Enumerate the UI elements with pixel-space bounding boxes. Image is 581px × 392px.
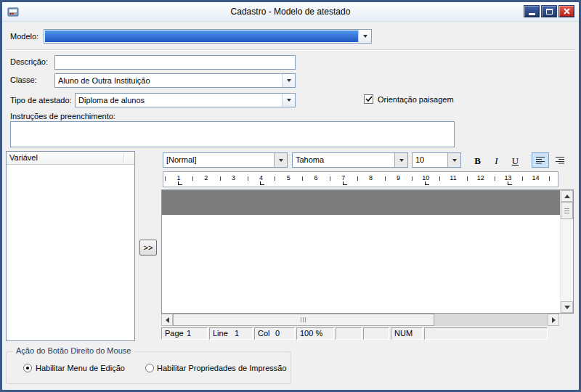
paragraph-style-combobox[interactable]: [Normal]: [163, 152, 288, 168]
ruler-tab-marker[interactable]: [260, 181, 264, 185]
triangle-down-icon: [564, 306, 570, 309]
window-title: Cadastro - Modelo de atestado: [2, 2, 579, 21]
ruler-tick: [220, 176, 221, 181]
chevron-down-icon: [399, 159, 404, 162]
variaveis-column-header[interactable]: Variável: [7, 152, 134, 165]
ruler-tab-marker[interactable]: [343, 181, 347, 185]
ruler-number: 12: [474, 174, 488, 181]
align-left-button[interactable]: [532, 152, 549, 168]
instrucoes-label: Instruções de preenchimento:: [10, 112, 115, 121]
editor-toolbar: [Normal] Tahoma 10 B I U: [161, 151, 574, 170]
align-right-button[interactable]: [551, 152, 569, 168]
underline-button[interactable]: U: [507, 152, 524, 168]
font-value: Tahoma: [296, 155, 324, 165]
status-segment: 100 %: [296, 327, 334, 340]
status-segment: NUM: [391, 327, 423, 340]
ruler-tick: [192, 176, 193, 181]
triangle-right-icon: [552, 317, 556, 323]
maximize-button[interactable]: [541, 5, 557, 17]
maximize-icon: [546, 9, 553, 15]
modelo-dropdown-button[interactable]: [358, 30, 371, 43]
close-button[interactable]: [558, 5, 574, 17]
ruler-number: 9: [391, 174, 405, 181]
ruler-number: 13: [501, 174, 516, 181]
ruler-tick: [330, 176, 330, 181]
classe-value: Aluno de Outra Instituição: [58, 75, 150, 86]
ruler-tab-marker[interactable]: [425, 181, 429, 185]
scrollbar-corner: [559, 314, 574, 326]
align-left-icon: [536, 156, 545, 164]
radio-option-1[interactable]: [145, 364, 154, 372]
chevron-down-icon: [279, 159, 283, 162]
status-segment: [363, 327, 389, 340]
minimize-button[interactable]: [524, 5, 540, 17]
chevron-down-icon: [363, 35, 367, 38]
ruler-number: 10: [418, 174, 433, 181]
ruler-number: 3: [227, 174, 241, 181]
ruler-tick: [302, 176, 303, 181]
document-header-band: [162, 190, 561, 215]
tipo-atestado-combobox[interactable]: Diploma de alunos: [75, 93, 296, 107]
align-center-button[interactable]: [571, 152, 574, 168]
ruler-number: 5: [281, 174, 296, 181]
ruler-tick: [248, 176, 248, 181]
minimize-icon: [529, 13, 535, 15]
radio-option-0-label: Habilitar Menu de Edição: [36, 364, 125, 372]
ruler-tab-marker[interactable]: [178, 181, 182, 185]
vertical-scroll-thumb[interactable]: [561, 202, 573, 219]
triangle-left-icon: [166, 317, 169, 323]
status-segment: [336, 327, 362, 340]
ruler-tick: [165, 176, 166, 181]
descricao-input[interactable]: [54, 55, 296, 70]
ruler[interactable]: 1234567891011121314: [163, 171, 558, 187]
ruler-tab-marker[interactable]: [508, 181, 512, 185]
classe-dropdown-button[interactable]: [282, 74, 295, 87]
vertical-scrollbar[interactable]: [560, 190, 573, 313]
font-size-combobox[interactable]: 10: [412, 152, 461, 168]
font-dropdown-button[interactable]: [394, 153, 407, 167]
radio-option-0[interactable]: [23, 364, 32, 372]
variaveis-list[interactable]: [7, 165, 134, 340]
bold-button[interactable]: B: [469, 152, 486, 168]
document-area[interactable]: [161, 189, 574, 314]
mouse-action-groupbox: Ação do Botão Direito do Mouse Habilitar…: [6, 351, 291, 384]
status-bar: Page1Line1Col0100 %NUM: [161, 327, 574, 340]
chevron-down-icon: [287, 99, 291, 102]
mouse-action-group-label: Ação do Botão Direito do Mouse: [13, 346, 134, 355]
close-icon: [564, 8, 570, 15]
horizontal-scrollbar[interactable]: [161, 314, 559, 326]
orientacao-paisagem-checkbox[interactable]: [364, 94, 373, 104]
italic-button[interactable]: I: [488, 152, 505, 168]
chevron-down-icon: [287, 79, 291, 82]
size-dropdown-button[interactable]: [447, 153, 460, 167]
classe-combobox[interactable]: Aluno de Outra Instituição: [54, 73, 296, 88]
horizontal-scroll-thumb[interactable]: [173, 314, 434, 326]
insert-variable-button[interactable]: >>: [139, 240, 157, 256]
dialog-window: Cadastro - Modelo de atestado Modelo: De…: [0, 0, 581, 392]
ruler-number: 7: [336, 174, 351, 181]
status-segment: Col0: [254, 327, 295, 340]
classe-label: Classe:: [10, 75, 37, 85]
title-bar[interactable]: Cadastro - Modelo de atestado: [2, 2, 579, 22]
descricao-label: Descrição:: [10, 57, 48, 67]
scroll-left-button[interactable]: [161, 314, 173, 326]
instrucoes-textarea[interactable]: [10, 121, 455, 147]
variaveis-header-label: Variável: [9, 153, 38, 162]
triangle-up-icon: [564, 195, 570, 198]
tipo-atestado-dropdown-button[interactable]: [282, 94, 295, 107]
ruler-number: 14: [528, 174, 543, 181]
ruler-tick: [522, 176, 523, 181]
modelo-combobox[interactable]: [44, 29, 372, 44]
section-divider: [5, 49, 576, 51]
ruler-tick: [412, 176, 413, 181]
scroll-right-button[interactable]: [548, 314, 559, 326]
ruler-number: 6: [309, 174, 323, 181]
scroll-down-button[interactable]: [561, 301, 573, 313]
ruler-number: 4: [253, 174, 268, 181]
font-combobox[interactable]: Tahoma: [292, 152, 408, 168]
tipo-atestado-label: Tipo de atestado:: [10, 96, 72, 105]
ruler-number: 2: [199, 174, 214, 181]
style-dropdown-button[interactable]: [274, 153, 287, 167]
scroll-up-button[interactable]: [561, 190, 573, 202]
window-controls: [524, 5, 574, 17]
